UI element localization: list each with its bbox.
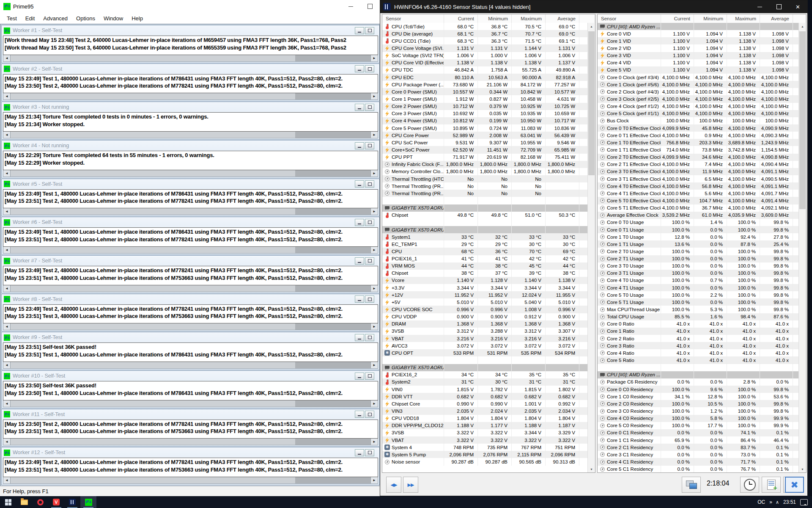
scroll-thumb[interactable] [11, 93, 295, 99]
scroll-thumb[interactable] [11, 55, 295, 61]
menu-item-test[interactable]: Test [3, 14, 21, 23]
sensor-row[interactable]: System133 °C32 °C33 °C33 °C [382, 233, 588, 240]
sensor-row[interactable]: Core 3 C0 Residency100.0 %1.2 %100.0 %99… [598, 407, 799, 414]
sensor-row[interactable]: System 5 Pump2,096 RPM2,076 RPM2,115 RPM… [382, 451, 588, 458]
worker-minimize-button[interactable] [355, 104, 364, 111]
sensor-row[interactable]: Thermal Throttling (PR...NoNoNo [382, 182, 588, 190]
scroll-right-icon[interactable]: ► [370, 400, 378, 407]
sensor-row[interactable]: Core 2 Ratio41.0 x41.0 x41.0 x41.0 x [598, 335, 799, 342]
sensor-row[interactable]: Core 4 Ratio41.0 x41.0 x41.0 x41.0 x [598, 349, 799, 356]
sensor-row[interactable]: +12V11.952 V11.952 V12.024 V11.955 V [382, 291, 588, 298]
sensor-row[interactable]: CPU VCORE SOC0.996 V0.996 V1.008 V0.996 … [382, 306, 588, 313]
sensor-row[interactable]: Core 5 T1 Effective Clock4,100.0 MHz36.7… [598, 204, 799, 212]
worker-maximize-button[interactable] [365, 104, 374, 111]
remote-monitoring-button[interactable] [682, 477, 701, 493]
scroll-right-icon[interactable]: ► [370, 439, 378, 445]
worker-hscrollbar[interactable]: ◄► [3, 400, 378, 407]
column-header-maximum[interactable]: Maximum [727, 14, 760, 23]
scrollbar[interactable]: ▲ ▼ [587, 23, 595, 472]
menu-item-help[interactable]: Help [127, 14, 147, 23]
sensor-row[interactable]: Infinity Fabric Clock (F...1,800.0 MHz1,… [382, 161, 588, 168]
column-headers[interactable]: SensorCurrentMinimumMaximumAverage [598, 14, 806, 23]
worker-minimize-button[interactable] [355, 334, 364, 341]
sensor-row[interactable]: Core 4 T0 Effective Clock4,100.0 MHz56.8… [598, 182, 799, 190]
sensor-row[interactable]: +3.3V3.344 V3.344 V3.344 V3.344 V [382, 284, 588, 291]
sensor-row[interactable]: Core 2 T0 Usage100.0 %0.0 %100.0 %99.8 % [598, 248, 799, 255]
sensor-row[interactable]: Core 1 Power (SMU)1.912 W0.827 W10.458 W… [382, 95, 588, 102]
column-header-average[interactable]: Average [546, 14, 579, 23]
start-button[interactable] [0, 496, 16, 508]
taskbar-opera[interactable] [32, 496, 48, 508]
sensor-row[interactable]: Core 5 T0 Effective Clock4,100.0 MHz104.… [598, 197, 799, 204]
worker-window[interactable]: 2ᴾ-1Worker #6 - Self-Test[May 15 23:49] … [1, 217, 380, 255]
scroll-right-icon[interactable]: ► [370, 170, 378, 177]
sensor-row[interactable]: Core 0 C1 Residency0.0 %0.0 %74.1 %0.1 % [598, 429, 799, 436]
sensor-row[interactable]: Core 0 T1 Usage100.0 %0.0 %100.0 %99.8 % [598, 226, 799, 233]
sensor-row[interactable]: Core 1 C0 Residency34.1 %12.8 %100.0 %53… [598, 393, 799, 400]
worker-maximize-button[interactable] [365, 295, 374, 303]
scroll-right-icon[interactable]: ► [370, 93, 378, 99]
sensor-row[interactable]: Average Effective Clock3,539.2 MHz61.0 M… [598, 212, 799, 219]
sensor-row[interactable]: EC_TEMP129 °C29 °C30 °C30 °C [382, 240, 588, 248]
close-sensors-button[interactable]: ✖ [785, 477, 804, 493]
sensor-row[interactable]: Core 2 Power (SMU)10.712 W0.379 W10.925 … [382, 103, 588, 110]
sensor-row[interactable]: Max CPU/Thread Usage100.0 %5.3 %100.0 %9… [598, 306, 799, 313]
sensor-row[interactable]: Core 2 T1 Usage100.0 %0.0 %100.0 %99.8 % [598, 255, 799, 262]
sensor-row[interactable]: Core 5 C0 Residency100.0 %17.7 %100.0 %9… [598, 422, 799, 429]
sensor-row[interactable]: Core 5 C1 Residency0.0 %0.0 %76.7 %0.1 % [598, 466, 799, 472]
scroll-left-icon[interactable]: ◄ [3, 170, 11, 177]
sensor-row[interactable]: Core 4 T1 Usage100.0 %0.0 %100.0 %99.8 % [598, 284, 799, 291]
scroll-thumb[interactable] [11, 439, 295, 445]
scroll-right-icon[interactable]: ► [370, 362, 378, 368]
sensor-row[interactable]: Thermal Throttling (HTC)NoNoNo [382, 175, 588, 182]
clock-button[interactable] [740, 477, 759, 493]
tray-oc-label[interactable]: OC [757, 499, 765, 505]
scroll-up-icon[interactable]: ▲ [588, 23, 595, 30]
sensor-row[interactable]: Core 3 C1 Residency0.0 %0.0 %73.0 %0.1 % [598, 451, 799, 458]
sensor-row[interactable]: Core 3 VID1.100 V1.094 V1.138 V1.098 V [598, 52, 799, 59]
blank-row[interactable] [598, 364, 799, 371]
sensor-row[interactable]: Core 5 Power (SMU)10.895 W0.724 W11.083 … [382, 124, 588, 132]
scroll-thumb[interactable] [11, 285, 295, 292]
sensor-row[interactable]: Core 3 Ratio41.0 x41.0 x41.0 x41.0 x [598, 342, 799, 349]
scroll-thumb[interactable] [11, 170, 295, 177]
sensor-row[interactable]: Core 1 T0 Usage12.8 %0.0 %92.4 %27.8 % [598, 233, 799, 240]
worker-window[interactable]: 2ᴾ-1Worker #3 - Not running[May 15 21:34… [1, 102, 380, 140]
sensor-row[interactable]: CPU Core Voltage (SVI...1.131 V1.131 V1.… [382, 44, 588, 52]
sensor-row[interactable]: Core 1 T1 Usage13.6 %0.0 %87.8 %25.4 % [598, 240, 799, 248]
column-header-current[interactable]: Current [444, 14, 478, 23]
prime95-titlebar[interactable]: 2ᴾ-1 Prime95 [0, 0, 380, 13]
worker-titlebar[interactable]: 2ᴾ-1Worker #1 - Self-Test [2, 25, 379, 35]
worker-hscrollbar[interactable]: ◄► [3, 93, 378, 100]
sensor-row[interactable]: VBAT3.322 V3.322 V3.322 V3.322 V [382, 436, 588, 444]
worker-titlebar[interactable]: 2ᴾ-1Worker #5 - Self-Test [2, 179, 379, 189]
sensor-section-row[interactable]: CPU [#0]: AMD Ryzen ... [598, 371, 799, 378]
worker-hscrollbar[interactable]: ◄► [3, 285, 378, 292]
worker-titlebar[interactable]: 2ᴾ-1Worker #2 - Self-Test [2, 64, 379, 74]
maximize-button[interactable] [360, 0, 380, 13]
sensor-row[interactable]: CPU SoC Power9.531 W9.307 W10.955 W9.546… [382, 139, 588, 146]
column-header-minimum[interactable]: Minimum [478, 14, 512, 23]
sensor-row[interactable]: Core 4 Clock (perf #1/2)4,100.0 MHz4,100… [598, 103, 799, 110]
worker-window[interactable]: 2ᴾ-1Worker #12 - Self-Test[May 15 23:49]… [1, 447, 380, 485]
sensor-row[interactable]: Core 1 Clock (perf #5/6)4,100.0 MHz4,100… [598, 81, 799, 88]
sensor-row[interactable]: VIN32.035 V2.024 V2.035 V2.034 V [382, 407, 588, 414]
sensor-row[interactable]: CPU VDDP0.900 V0.900 V0.912 V0.900 V [382, 313, 588, 320]
close-button[interactable]: ✕ [788, 0, 807, 13]
worker-minimize-button[interactable] [355, 142, 364, 149]
sensor-row[interactable]: Core 3 Clock (perf #2/5)4,100.0 MHz4,100… [598, 95, 799, 102]
worker-maximize-button[interactable] [365, 219, 374, 226]
column-header-average[interactable]: Average [760, 14, 793, 23]
sensor-row[interactable]: Core 0 T0 Effective Clock4,099.9 MHz45.8… [598, 124, 799, 132]
sensor-row[interactable]: CPU EDC80.110 A10.563 A90.000 A82.918 A [382, 74, 588, 81]
worker-hscrollbar[interactable]: ◄► [3, 362, 378, 369]
worker-minimize-button[interactable] [355, 449, 364, 456]
worker-hscrollbar[interactable]: ◄► [3, 132, 378, 138]
worker-titlebar[interactable]: 2ᴾ-1Worker #6 - Self-Test [2, 217, 379, 227]
scroll-right-icon[interactable]: ► [370, 323, 378, 330]
sensor-row[interactable]: Core 3 T1 Effective Clock4,100.0 MHz6.5 … [598, 175, 799, 182]
worker-window[interactable]: 2ᴾ-1Worker #8 - Self-Test[May 15 23:49] … [1, 294, 380, 332]
worker-minimize-button[interactable] [355, 27, 364, 34]
sensor-row[interactable]: Core 0 T1 Effective Clock4,100.0 MHz0.9 … [598, 132, 799, 139]
menu-item-options[interactable]: Options [72, 14, 99, 23]
